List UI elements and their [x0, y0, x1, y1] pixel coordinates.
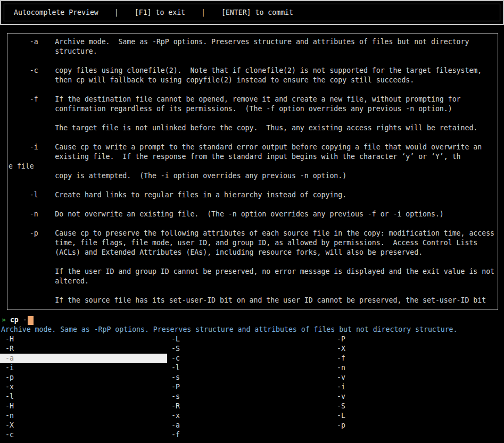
- header-separator: |: [114, 8, 119, 18]
- completion-option[interactable]: -X: [333, 344, 504, 354]
- man-page-pane[interactable]: -a Archive mode. Same as -RpP options. P…: [7, 33, 498, 310]
- completion-option[interactable]: -f: [333, 354, 504, 363]
- man-line: altered.: [9, 277, 498, 286]
- completion-option[interactable]: -L: [333, 411, 504, 421]
- man-line: -i Cause cp to write a prompt to the sta…: [9, 143, 498, 152]
- man-line: structure.: [9, 47, 498, 56]
- completion-option[interactable]: -L: [167, 335, 333, 344]
- completion-option[interactable]: -X: [0, 421, 167, 430]
- man-line: -f If the destination file cannot be ope…: [9, 95, 498, 104]
- man-line: [9, 114, 498, 123]
- man-line: [9, 181, 498, 190]
- prompt-symbol: »: [2, 315, 6, 325]
- man-line: confirmation regardless of its permissio…: [9, 104, 498, 114]
- man-line: then cp will fallback to using copyfile(…: [9, 76, 498, 85]
- man-line: If the source file has its set-user-ID b…: [9, 296, 498, 305]
- man-line: The target file is not unlinked before t…: [9, 123, 498, 133]
- app-title: Autocomplete Preview: [14, 8, 98, 18]
- header-separator: |: [201, 8, 205, 18]
- completion-option[interactable]: -x: [167, 411, 333, 421]
- completion-option[interactable]: -f: [167, 430, 333, 440]
- man-line: existing file. If the response from the …: [9, 152, 498, 162]
- man-line: If the user ID and group ID cannot be pr…: [9, 267, 498, 277]
- man-line: [9, 286, 498, 296]
- completion-option[interactable]: -R: [167, 402, 333, 411]
- completion-option[interactable]: -R: [0, 344, 167, 354]
- man-line: -p Cause cp to preserve the following at…: [9, 229, 498, 238]
- man-line: [9, 56, 498, 66]
- completion-option[interactable]: -p: [333, 421, 504, 430]
- man-line: [9, 257, 498, 267]
- completion-option[interactable]: -H: [0, 402, 167, 411]
- completion-option[interactable]: -x: [0, 382, 167, 392]
- man-line: [9, 133, 498, 143]
- text-cursor: [28, 316, 34, 325]
- man-line: (ACLs) and Extended Attributes (EAs), in…: [9, 248, 498, 257]
- completion-option[interactable]: -v: [333, 373, 504, 382]
- completion-option[interactable]: -n: [0, 411, 167, 421]
- completion-option[interactable]: -c: [0, 430, 167, 440]
- man-line: copy is attempted. (The -i option overri…: [9, 171, 498, 181]
- commit-hint: [ENTER] to commit: [221, 8, 293, 18]
- man-line: e file: [9, 162, 498, 171]
- header-frame: Autocomplete Preview | [F1] to exit | [E…: [0, 0, 504, 25]
- man-line: [9, 85, 498, 95]
- completion-option[interactable]: -p: [0, 373, 167, 382]
- man-line: -c copy files using clonefile(2). Note t…: [9, 66, 498, 76]
- completion-option[interactable]: -l: [167, 363, 333, 373]
- completion-option[interactable]: -i: [0, 363, 167, 373]
- completion-option[interactable]: -P: [333, 335, 504, 344]
- completion-option[interactable]: -i: [333, 382, 504, 392]
- man-line: -n Do not overwrite an existing file. (T…: [9, 210, 498, 219]
- completion-option[interactable]: -H: [0, 335, 167, 344]
- completion-option[interactable]: -v: [333, 392, 504, 402]
- completion-option[interactable]: -S: [167, 344, 333, 354]
- command-prompt[interactable]: » cp -: [0, 315, 504, 325]
- prompt-argument: -: [19, 315, 27, 325]
- completion-option[interactable]: -s: [167, 392, 333, 402]
- completion-option[interactable]: -a: [0, 354, 167, 363]
- header-bar: Autocomplete Preview | [F1] to exit | [E…: [4, 4, 500, 21]
- man-line: [9, 200, 498, 210]
- completion-option[interactable]: -a: [167, 421, 333, 430]
- completion-option[interactable]: -l: [0, 392, 167, 402]
- exit-hint: [F1] to exit: [135, 8, 185, 18]
- completion-option[interactable]: -S: [333, 402, 504, 411]
- completion-option[interactable]: -c: [167, 354, 333, 363]
- completions-grid: -H-L-P-R-S-X-a-c-f-i-l-n-p-s-v-x-P-i-l-s…: [0, 335, 504, 440]
- man-line: -l Create hard links to regular files in…: [9, 190, 498, 200]
- man-page-text: -a Archive mode. Same as -RpP options. P…: [9, 37, 498, 305]
- man-line: time, file flags, file mode, user ID, an…: [9, 238, 498, 248]
- completion-option[interactable]: -s: [167, 373, 333, 382]
- completion-option[interactable]: -P: [167, 382, 333, 392]
- prompt-command: cp: [10, 315, 19, 325]
- completion-option[interactable]: -n: [333, 363, 504, 373]
- man-line: [9, 219, 498, 229]
- man-line: -a Archive mode. Same as -RpP options. P…: [9, 37, 498, 47]
- suggestion-description: Archive mode. Same as -RpP options. Pres…: [0, 325, 504, 335]
